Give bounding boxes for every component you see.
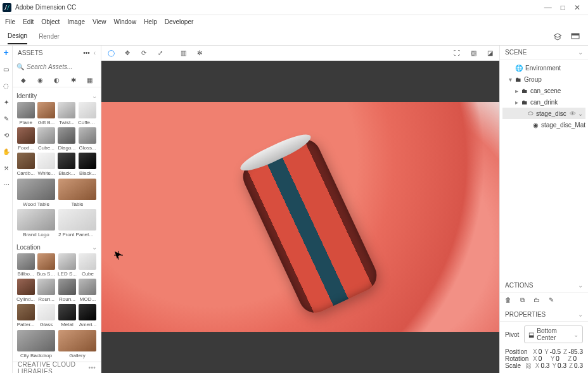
zoom-tool-icon[interactable]: ⤧ — [2, 163, 11, 172]
section-identity-label[interactable]: Identity — [16, 92, 37, 99]
menu-view[interactable]: View — [93, 18, 106, 25]
asset-thumb[interactable]: Gloss... — [78, 127, 97, 151]
twisty-icon[interactable]: ▾ — [508, 76, 513, 83]
wand-tool-icon[interactable]: ✦ — [2, 98, 11, 106]
pan-tool-icon[interactable]: ✋ — [2, 147, 11, 156]
twisty-icon[interactable]: ▸ — [514, 99, 519, 106]
horizon-tool-icon[interactable]: ⋯ — [2, 180, 11, 189]
y-field[interactable]: Y0 — [551, 355, 566, 362]
asset-thumb[interactable]: Cylind... — [16, 279, 35, 302]
asset-thumb[interactable]: Patter... — [16, 304, 35, 327]
orbit-tool-icon[interactable]: ⟲ — [2, 130, 11, 139]
asset-thumb[interactable]: MOD... — [79, 279, 97, 302]
asset-thumb[interactable]: Roun... — [58, 279, 77, 302]
asset-thumb[interactable]: Gallery — [58, 330, 97, 358]
scene-node[interactable]: ⬭stage_disc👁 ⌄ — [502, 108, 585, 119]
scene-node[interactable]: ▾🖿Group — [502, 73, 585, 85]
learn-icon[interactable] — [553, 32, 563, 42]
x-field[interactable]: X0 — [533, 348, 542, 355]
filter-lights-icon[interactable]: ✱ — [69, 76, 78, 85]
sample-tool-icon[interactable]: ✎ — [2, 114, 11, 123]
delete-action-icon[interactable]: 🗑 — [505, 296, 511, 304]
z-field[interactable]: Z0.3 — [569, 362, 583, 369]
tab-render[interactable]: Render — [39, 29, 60, 44]
rotate-mode-icon[interactable]: ⟳ — [139, 49, 148, 58]
add-tool-icon[interactable]: + — [2, 48, 11, 57]
scale-mode-icon[interactable]: ⤢ — [156, 49, 165, 58]
filter-materials-icon[interactable]: ◐ — [52, 76, 61, 85]
asset-thumb[interactable]: Wood Table — [16, 179, 56, 207]
link-icon[interactable]: ⛓ — [525, 362, 532, 369]
cc-libraries-menu-icon[interactable]: ••• — [89, 364, 96, 371]
filter-models-icon[interactable]: ◉ — [35, 76, 44, 85]
scene-node[interactable]: ▸🖿can_drink — [502, 96, 585, 108]
z-field[interactable]: Z0 — [568, 355, 583, 362]
menu-object[interactable]: Object — [41, 18, 60, 25]
asset-thumb[interactable]: Black... — [78, 153, 97, 176]
filter-images-icon[interactable]: ▦ — [86, 76, 94, 85]
x-field[interactable]: X0 — [533, 355, 548, 362]
align-icon[interactable]: ▥ — [179, 49, 188, 58]
chevron-down-icon[interactable]: ⌄ — [92, 92, 97, 99]
asset-thumb[interactable]: Black... — [58, 153, 76, 176]
distribute-icon[interactable]: ✻ — [195, 49, 204, 58]
asset-thumb[interactable]: Billbo... — [16, 253, 35, 277]
maximize-icon[interactable]: □ — [561, 3, 565, 12]
asset-thumb[interactable]: Cube — [79, 253, 97, 277]
menu-file[interactable]: File — [5, 18, 15, 25]
close-icon[interactable]: ✕ — [574, 3, 580, 12]
asset-thumb[interactable]: Ameri... — [79, 304, 97, 327]
filter-adobe-icon[interactable]: ◆ — [19, 76, 28, 85]
selection-mode-icon[interactable]: ◯ — [106, 49, 115, 58]
scene-collapse-icon[interactable]: ⌄ — [578, 49, 583, 56]
asset-thumb[interactable]: 2 Front Panels So... — [58, 209, 97, 237]
properties-collapse-icon[interactable]: ⌄ — [578, 311, 583, 318]
asset-thumb[interactable]: Food... — [16, 127, 35, 151]
assets-menu-icon[interactable]: ••• — [83, 49, 90, 56]
workspace-icon[interactable] — [570, 32, 580, 42]
scene-node[interactable]: ▸🖿can_scene — [502, 85, 585, 96]
scene-node[interactable]: 🌐Environment — [502, 62, 585, 73]
asset-thumb[interactable]: Table — [58, 179, 97, 207]
camera-bookmark-icon[interactable]: ⛶ — [452, 49, 461, 58]
asset-thumb[interactable]: Gift B... — [37, 102, 55, 125]
lasso-tool-icon[interactable]: ◌ — [2, 81, 11, 90]
asset-thumb[interactable]: Twist... — [58, 102, 76, 125]
render-settings-icon[interactable]: ◪ — [485, 49, 494, 58]
y-field[interactable]: Y0.3 — [552, 362, 566, 369]
cc-libraries-label[interactable]: CREATIVE CLOUD LIBRARIES — [18, 361, 89, 374]
node-visibility-icon[interactable]: 👁 ⌄ — [570, 110, 585, 117]
twisty-icon[interactable]: ▸ — [514, 87, 519, 94]
assets-collapse-icon[interactable]: ‹ — [94, 49, 96, 56]
asset-thumb[interactable]: Coffee... — [78, 102, 97, 125]
asset-thumb[interactable]: Cube... — [37, 127, 55, 151]
menu-help[interactable]: Help — [144, 18, 157, 25]
search-input[interactable] — [27, 63, 101, 70]
x-field[interactable]: X0.3 — [535, 362, 550, 369]
menu-edit[interactable]: Edit — [23, 18, 34, 25]
asset-thumb[interactable]: Plane — [16, 102, 35, 125]
asset-thumb[interactable]: Metal — [58, 304, 77, 327]
asset-thumb[interactable]: Glass — [37, 304, 56, 327]
group-action-icon[interactable]: 🗀 — [534, 296, 540, 304]
pivot-select[interactable]: ⬓ Bottom Center ⌄ — [524, 326, 583, 343]
asset-thumb[interactable]: Diago... — [58, 127, 76, 151]
menu-developer[interactable]: Developer — [165, 18, 194, 25]
duplicate-action-icon[interactable]: ⧉ — [520, 296, 525, 304]
minimize-icon[interactable]: — — [544, 3, 552, 12]
y-field[interactable]: Y-0.5 — [544, 348, 561, 355]
scene-node[interactable]: ◉stage_disc_Mat — [502, 119, 585, 130]
asset-thumb[interactable]: LED S... — [58, 253, 77, 277]
menu-window[interactable]: Window — [114, 18, 137, 25]
asset-thumb[interactable]: City Backdrop — [16, 330, 56, 358]
z-field[interactable]: Z-85.3 — [563, 348, 583, 355]
menu-image[interactable]: Image — [67, 18, 85, 25]
select-tool-icon[interactable]: ▭ — [2, 65, 11, 73]
render-preview-icon[interactable]: ▧ — [469, 49, 478, 58]
move-mode-icon[interactable]: ✥ — [123, 49, 132, 58]
asset-thumb[interactable]: Roun... — [37, 279, 56, 302]
tab-design[interactable]: Design — [8, 28, 27, 44]
chevron-down-icon[interactable]: ⌄ — [92, 244, 97, 251]
section-location-label[interactable]: Location — [16, 244, 41, 251]
asset-thumb[interactable]: Bus St... — [37, 253, 56, 277]
